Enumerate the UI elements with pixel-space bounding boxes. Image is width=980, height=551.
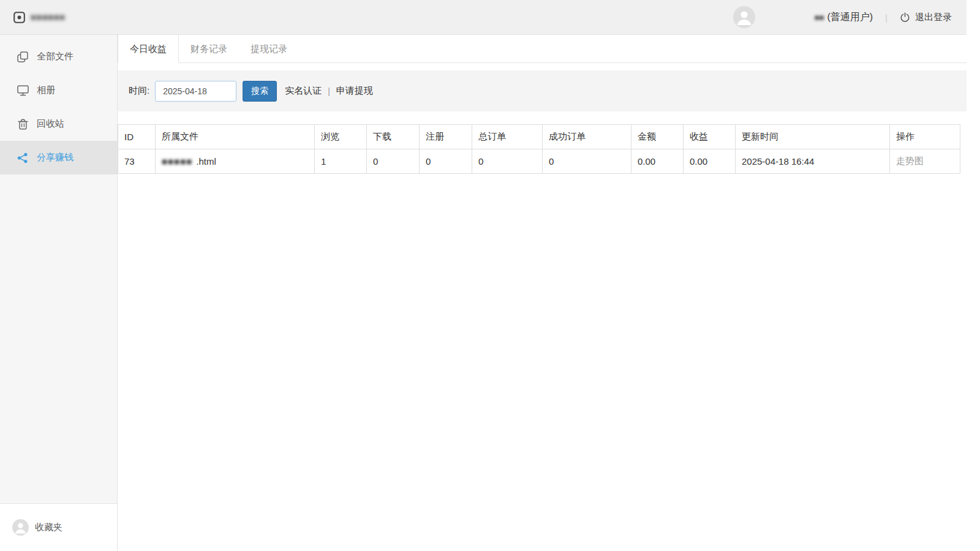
time-label: 时间: [129, 85, 149, 97]
cell-earnings: 0.00 [684, 149, 736, 174]
logout-label: 退出登录 [915, 12, 952, 23]
sidebar-item-album[interactable]: 相册 [0, 73, 117, 107]
cell-views: 1 [315, 149, 367, 174]
logout-button[interactable]: 退出登录 [900, 12, 952, 23]
user-avatar[interactable] [733, 6, 755, 28]
topbar-user-area: ■■ (普通用户) | 退出登录 [733, 6, 952, 28]
tab-bar: 今日收益 财务记录 提现记录 [118, 35, 967, 63]
sidebar-item-label: 回收站 [37, 118, 64, 130]
sidebar-item-label: 分享赚钱 [37, 152, 74, 163]
share-icon [17, 152, 29, 163]
table-row: 73 ■■■■■.html 1 0 0 0 0 0.00 0.00 2025-0… [118, 149, 960, 174]
sidebar-item-all-files[interactable]: 全部文件 [0, 40, 117, 73]
main-content: 今日收益 财务记录 提现记录 时间: 搜索 实名认证 | 申请提现 [118, 35, 967, 551]
files-icon [17, 51, 29, 62]
sidebar-item-label: 相册 [37, 84, 55, 96]
top-bar: ■■■■■■ ■■ (普通用户) | 退出登录 [0, 0, 967, 35]
col-updated: 更新时间 [736, 125, 890, 149]
sidebar-nav: 全部文件 相册 [0, 35, 117, 503]
cell-id: 73 [118, 149, 156, 174]
sidebar-item-recycle-bin[interactable]: 回收站 [0, 107, 117, 141]
cell-amount: 0.00 [631, 149, 684, 174]
app-window: ■■■■■■ ■■ (普通用户) | 退出登录 [0, 0, 967, 551]
username-redacted: ■■ [815, 13, 824, 22]
monitor-icon [17, 85, 29, 96]
table-header-row: ID 所属文件 浏览 下载 注册 总订单 成功订单 金额 收益 更新时间 操作 [118, 125, 960, 149]
col-amount: 金额 [631, 125, 684, 149]
tab-withdraw-records[interactable]: 提现记录 [239, 35, 299, 62]
cell-file: ■■■■■.html [156, 149, 315, 174]
search-button[interactable]: 搜索 [243, 81, 277, 102]
tab-today-earnings[interactable]: 今日收益 [118, 35, 179, 63]
logo-text-redacted: ■■■■■■ [31, 12, 66, 22]
trash-icon [17, 119, 29, 130]
cell-updated: 2025-04-18 16:44 [736, 149, 890, 174]
sidebar-item-label: 全部文件 [37, 51, 74, 62]
trend-chart-link[interactable]: 走势图 [896, 156, 924, 166]
topbar-divider: | [885, 12, 888, 23]
sidebar-item-favorites[interactable]: 收藏夹 [0, 503, 117, 551]
file-name-redacted: ■■■■■ [162, 156, 192, 167]
col-earnings: 收益 [684, 125, 736, 149]
sidebar-item-share-earn[interactable]: 分享赚钱 [0, 141, 117, 174]
col-views: 浏览 [315, 125, 367, 149]
logo: ■■■■■■ [13, 12, 66, 23]
cell-registrations: 0 [420, 149, 472, 174]
favorites-avatar-icon [12, 519, 29, 536]
file-name-visible: .html [196, 156, 216, 167]
cell-downloads: 0 [367, 149, 420, 174]
date-input[interactable] [155, 81, 236, 102]
tab-finance-records[interactable]: 财务记录 [179, 35, 239, 62]
cell-total-orders: 0 [472, 149, 543, 174]
realname-verify-link[interactable]: 实名认证 [285, 85, 322, 97]
logo-icon [13, 12, 25, 23]
col-file: 所属文件 [156, 125, 315, 149]
col-action: 操作 [890, 125, 960, 149]
user-type-label: (普通用户) [827, 11, 873, 24]
cell-success-orders: 0 [543, 149, 631, 174]
power-icon [900, 12, 910, 23]
col-id: ID [118, 125, 156, 149]
sidebar: 全部文件 相册 [0, 35, 118, 551]
col-success-orders: 成功订单 [543, 125, 631, 149]
col-total-orders: 总订单 [472, 125, 543, 149]
favorites-label: 收藏夹 [35, 522, 62, 533]
earnings-table: ID 所属文件 浏览 下载 注册 总订单 成功订单 金额 收益 更新时间 操作 [118, 124, 960, 174]
filter-bar: 时间: 搜索 实名认证 | 申请提现 [118, 70, 967, 111]
apply-withdraw-link[interactable]: 申请提现 [336, 85, 373, 97]
col-downloads: 下载 [367, 125, 420, 149]
cell-action: 走势图 [890, 149, 960, 174]
link-separator: | [328, 86, 330, 96]
col-registrations: 注册 [420, 125, 472, 149]
